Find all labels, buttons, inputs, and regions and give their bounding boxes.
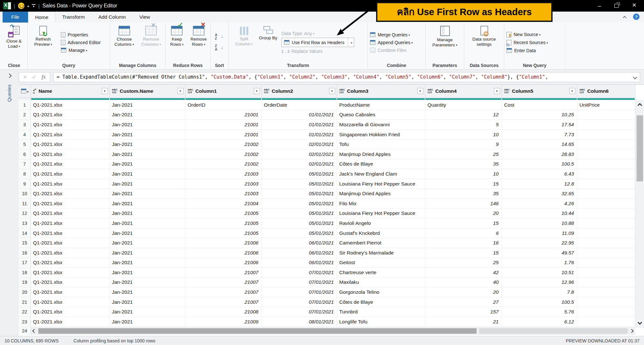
column-header[interactable]: ABC123Column4 — [425, 85, 502, 98]
tab-transform[interactable]: Transform — [55, 12, 91, 23]
grid-cell[interactable]: 05/01/2021 — [261, 198, 337, 208]
filter-button[interactable] — [102, 88, 108, 94]
grid-cell[interactable]: 21008 — [185, 307, 261, 317]
abc123-type-icon[interactable]: ABC123 — [428, 89, 433, 94]
grid-cell[interactable]: 7.73 — [502, 129, 577, 139]
column-header[interactable]: ABC123Column6 — [577, 85, 635, 98]
advanced-editor-button[interactable]: Advanced Editor — [61, 40, 101, 45]
filter-button[interactable] — [254, 88, 260, 94]
grid-cell[interactable]: 15 — [425, 248, 502, 258]
keep-rows-button[interactable]: Keep Rows — [167, 24, 186, 61]
grid-cell[interactable]: 02/01/2021 — [261, 149, 337, 159]
grid-cell[interactable]: Q1-2021.xlsx — [31, 258, 109, 268]
row-number[interactable]: 4 — [19, 129, 31, 139]
grid-cell[interactable]: Q1-2021.xlsx — [31, 248, 109, 258]
grid-cell[interactable]: Q1-2021.xlsx — [31, 179, 109, 189]
filter-button[interactable] — [417, 88, 423, 94]
row-number[interactable]: 20 — [19, 287, 31, 297]
row-number[interactable]: 9 — [19, 179, 31, 189]
grid-cell[interactable]: Longlife Tofu — [337, 317, 425, 327]
grid-cell[interactable]: Louisiana Fiery Hot Pepper Sauce — [337, 179, 425, 189]
grid-cell[interactable]: Geitost — [337, 258, 425, 268]
grid-cell[interactable]: 07/01/2021 — [261, 268, 337, 278]
grid-cell[interactable]: 100.5 — [502, 297, 577, 307]
grid-cell[interactable]: 9 — [425, 139, 502, 149]
column-header[interactable]: ABC123Column2 — [261, 85, 337, 98]
row-number[interactable]: 23 — [19, 317, 31, 327]
row-number[interactable]: 2 — [19, 110, 31, 120]
grid-cell[interactable]: 49.57 — [502, 248, 577, 258]
grid-cell[interactable]: 21001 — [185, 120, 261, 130]
scroll-left-icon[interactable] — [32, 329, 36, 333]
enter-data-button[interactable]: Enter Data — [507, 48, 548, 53]
grid-cell[interactable]: 21 — [425, 317, 502, 327]
grid-cell[interactable]: 35 — [425, 189, 502, 199]
row-number[interactable]: 7 — [19, 159, 31, 169]
grid-cell[interactable]: Jan-2021 — [109, 258, 185, 268]
row-number[interactable]: 11 — [19, 198, 31, 208]
grid-cell[interactable]: Chartreuse verte — [337, 268, 425, 278]
grid-cell[interactable]: Q1-2021.xlsx — [31, 208, 109, 218]
grid-cell[interactable]: Camembert Pierrot — [337, 238, 425, 248]
grid-cell[interactable]: 7.8 — [502, 287, 577, 297]
grid-cell[interactable]: 06/01/2021 — [261, 258, 337, 268]
cancel-formula-icon[interactable] — [23, 73, 27, 81]
grid-cell[interactable]: 20 — [425, 287, 502, 297]
close-and-load-button[interactable]: Close & Load — [2, 24, 26, 61]
remove-rows-button[interactable]: Remove Rows — [188, 24, 209, 61]
column-header[interactable]: ABC123Custom.Name — [109, 85, 185, 98]
grid-cell[interactable]: 10.44 — [502, 208, 577, 218]
grid-cell[interactable]: Maxilaku — [337, 277, 425, 287]
grid-cell[interactable]: UnitPrice — [577, 100, 635, 110]
grid-cell[interactable]: Jan-2021 — [109, 307, 185, 317]
grid-cell[interactable]: Mozzarella di Giovanni — [337, 120, 425, 130]
row-number[interactable]: 17 — [19, 258, 31, 268]
grid-cell[interactable]: 22.95 — [502, 238, 577, 248]
tab-home[interactable]: Home — [28, 12, 55, 23]
grid-cell[interactable] — [577, 208, 635, 218]
collapse-ribbon-icon[interactable] — [623, 16, 626, 19]
grid-cell[interactable]: 11.09 — [502, 228, 577, 238]
grid-cell[interactable]: 12 — [425, 110, 502, 120]
grid-cell[interactable]: Jan-2021 — [109, 120, 185, 130]
grid-cell[interactable]: 10.25 — [502, 110, 577, 120]
restore-button[interactable] — [614, 4, 619, 8]
grid-cell[interactable]: 21002 — [185, 149, 261, 159]
grid-cell[interactable] — [577, 129, 635, 139]
grid-cell[interactable]: 01/01/2021 — [261, 120, 337, 130]
grid-cell[interactable]: Cost — [502, 100, 577, 110]
row-number[interactable]: 13 — [19, 218, 31, 228]
grid-cell[interactable]: Louisiana Fiery Hot Pepper Sauce — [337, 208, 425, 218]
grid-cell[interactable]: 21001 — [185, 110, 261, 120]
quick-access-toolbar-dropdown-icon[interactable] — [32, 4, 35, 7]
grid-cell[interactable]: 20 — [425, 208, 502, 218]
grid-cell[interactable] — [577, 248, 635, 258]
row-number[interactable]: 19 — [19, 277, 31, 287]
grid-cell[interactable]: 21007 — [185, 297, 261, 307]
grid-cell[interactable]: Jan-2021 — [109, 198, 185, 208]
grid-cell[interactable]: Tunnbrd — [337, 307, 425, 317]
grid-cell[interactable]: Q1-2021.xlsx — [31, 268, 109, 278]
grid-cell[interactable]: 21002 — [185, 139, 261, 149]
filter-button[interactable] — [569, 88, 575, 94]
choose-columns-button[interactable]: Choose Columns — [112, 24, 137, 61]
row-number[interactable]: 5 — [19, 139, 31, 149]
grid-cell[interactable]: 21007 — [185, 287, 261, 297]
grid-cell[interactable]: 10.88 — [502, 218, 577, 228]
horizontal-scroll-track[interactable] — [479, 328, 628, 334]
grid-cell[interactable]: 21005 — [185, 218, 261, 228]
close-button[interactable] — [632, 3, 636, 9]
grid-cell[interactable]: Côtes de Blaye — [337, 297, 425, 307]
grid-cell[interactable]: 07/01/2021 — [261, 297, 337, 307]
grid-cell[interactable]: 02/01/2021 — [261, 159, 337, 169]
grid-cell[interactable]: Q1-2021.xlsx — [31, 277, 109, 287]
replace-values-button[interactable]: Replace Values — [281, 49, 354, 54]
horizontal-scroll-thumb[interactable] — [38, 328, 477, 334]
row-number[interactable]: 18 — [19, 268, 31, 278]
grid-cell[interactable]: Q1-2021.xlsx — [31, 228, 109, 238]
grid-cell[interactable]: 05/01/2021 — [261, 208, 337, 218]
grid-cell[interactable]: Queso Cabrales — [337, 110, 425, 120]
grid-cell[interactable]: Quantity — [425, 100, 502, 110]
tab-file[interactable]: File — [3, 12, 28, 23]
grid-cell[interactable]: OrderDate — [261, 100, 337, 110]
